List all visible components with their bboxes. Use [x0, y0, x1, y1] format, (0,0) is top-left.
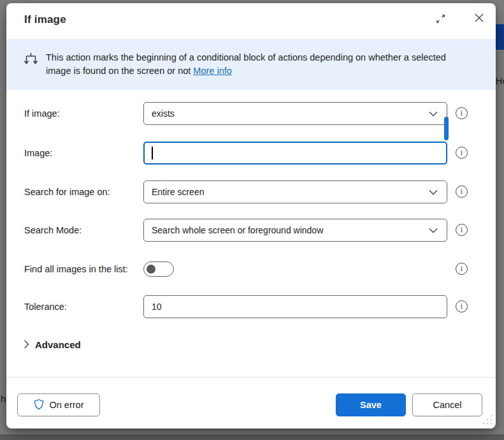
- text-cursor: [152, 147, 153, 159]
- search-on-dropdown-value: Entire screen: [152, 187, 429, 197]
- banner-description: This action marks the beginning of a con…: [46, 51, 470, 78]
- conditional-branch-icon: [24, 52, 38, 70]
- search-mode-dropdown[interactable]: Search whole screen or foreground window: [143, 219, 447, 242]
- expand-dialog-button[interactable]: [433, 13, 447, 27]
- background-clipped-text-left: h: [1, 393, 6, 404]
- background-clipped-text-right: Ho: [496, 75, 504, 86]
- field-row-search-mode: Search Mode: Search whole screen or fore…: [6, 219, 496, 242]
- search-on-dropdown[interactable]: Entire screen: [143, 180, 447, 203]
- field-row-image: Image: i: [6, 142, 496, 165]
- dialog-title: If image: [24, 13, 66, 26]
- footer-divider: [6, 377, 496, 378]
- search-mode-label: Search Mode:: [24, 219, 82, 242]
- toggle-knob: [147, 265, 155, 274]
- field-row-tolerance: Tolerance: i: [6, 295, 496, 318]
- resize-diagonal-icon: [436, 14, 445, 26]
- field-row-if-image: If image: exists i: [6, 102, 496, 125]
- advanced-expander[interactable]: Advanced: [24, 337, 81, 351]
- image-label: Image:: [24, 142, 52, 165]
- cancel-button[interactable]: Cancel: [412, 393, 482, 416]
- if-image-info-icon[interactable]: i: [456, 107, 468, 119]
- background-nav-bar: [495, 24, 504, 50]
- tolerance-label: Tolerance:: [24, 295, 67, 318]
- close-dialog-button[interactable]: [472, 12, 486, 26]
- background-bottom-strip: [0, 434, 504, 440]
- find-all-toggle[interactable]: [143, 261, 174, 277]
- tolerance-info-icon[interactable]: i: [456, 300, 468, 312]
- search-mode-info-icon[interactable]: i: [456, 224, 468, 236]
- shield-icon: [34, 399, 44, 412]
- advanced-label: Advanced: [35, 339, 81, 350]
- if-image-label: If image:: [24, 102, 60, 125]
- chevron-down-icon: [429, 108, 438, 119]
- close-icon: [474, 13, 484, 26]
- find-all-label: Find all images in the list:: [24, 258, 128, 281]
- if-image-dialog: If image This action marks the begi: [6, 3, 496, 429]
- search-on-info-icon[interactable]: i: [456, 186, 468, 198]
- action-info-banner: This action marks the beginning of a con…: [6, 39, 496, 90]
- more-info-link[interactable]: More info: [193, 66, 231, 76]
- save-button-label: Save: [360, 400, 382, 410]
- search-on-label: Search for image on:: [24, 180, 110, 203]
- save-button[interactable]: Save: [336, 393, 406, 416]
- find-all-info-icon[interactable]: i: [456, 263, 468, 275]
- scrollbar-thumb[interactable]: [444, 117, 449, 140]
- on-error-button-label: On error: [50, 400, 84, 410]
- if-image-dropdown[interactable]: exists: [143, 102, 447, 125]
- resize-grip[interactable]: [480, 413, 493, 425]
- image-info-icon[interactable]: i: [456, 147, 468, 159]
- on-error-button[interactable]: On error: [17, 393, 100, 416]
- banner-description-text: This action marks the beginning of a con…: [46, 52, 446, 76]
- tolerance-input[interactable]: [143, 295, 447, 318]
- chevron-right-icon: [24, 340, 29, 349]
- image-input[interactable]: [143, 142, 447, 165]
- cancel-button-label: Cancel: [433, 400, 461, 410]
- if-image-dropdown-value: exists: [152, 108, 429, 119]
- search-mode-dropdown-value: Search whole screen or foreground window: [152, 225, 429, 235]
- chevron-down-icon: [429, 187, 438, 197]
- chevron-down-icon: [429, 225, 438, 235]
- field-row-search-on: Search for image on: Entire screen i: [6, 180, 496, 203]
- field-row-find-all: Find all images in the list: i: [6, 258, 496, 281]
